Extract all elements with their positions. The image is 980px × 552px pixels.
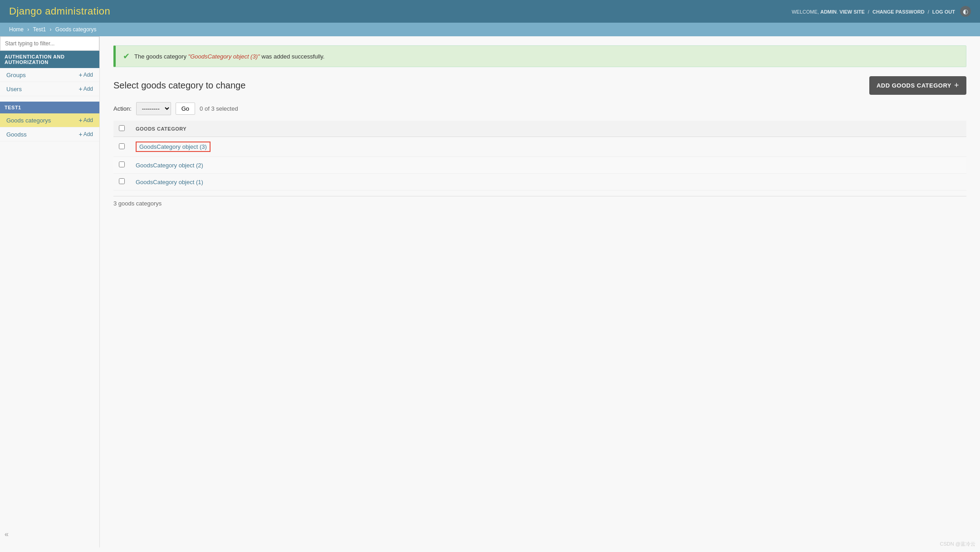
select-all-header xyxy=(113,121,130,137)
user-tools: WELCOME, ADMIN. VIEW SITE / CHANGE PASSW… xyxy=(792,6,971,17)
plus-icon: + xyxy=(78,117,82,124)
users-label: Users xyxy=(6,86,22,93)
results-table: GOODS CATEGORY GoodsCategory object (3)G… xyxy=(113,121,966,191)
watermark: CSDN @蓝冷云 xyxy=(940,541,975,547)
check-icon: ✔ xyxy=(123,51,130,61)
breadcrumb: Home › Test1 › Goods categorys xyxy=(0,23,980,36)
users-add-link[interactable]: + Add xyxy=(78,85,93,93)
row-link[interactable]: GoodsCategory object (2) xyxy=(136,162,203,169)
plus-icon: + xyxy=(78,71,82,78)
breadcrumb-current: Goods categorys xyxy=(55,26,97,33)
goods-categorys-label: Goods categorys xyxy=(6,117,51,124)
action-select[interactable]: --------- xyxy=(136,102,171,115)
auth-section-header: AUTHENTICATION AND AUTHORIZATION xyxy=(0,51,99,68)
row-link[interactable]: GoodsCategory object (3) xyxy=(136,142,211,152)
table-header-row: GOODS CATEGORY xyxy=(113,121,966,137)
username: ADMIN xyxy=(820,9,837,15)
action-bar: Action: --------- Go 0 of 3 selected xyxy=(113,102,966,115)
plus-icon: + xyxy=(954,81,959,90)
sidebar-item-users[interactable]: Users + Add xyxy=(0,82,99,96)
success-text: The goods category "GoodsCategory object… xyxy=(134,53,324,60)
table-row: GoodsCategory object (3) xyxy=(113,137,966,157)
success-message: ✔ The goods category "GoodsCategory obje… xyxy=(113,45,966,67)
view-site-link[interactable]: VIEW SITE xyxy=(839,9,865,15)
table-row: GoodsCategory object (1) xyxy=(113,174,966,191)
sidebar-filter-input[interactable] xyxy=(0,36,99,51)
log-out-link[interactable]: LOG OUT xyxy=(932,9,955,15)
plus-icon: + xyxy=(78,131,82,138)
table-row: GoodsCategory object (2) xyxy=(113,157,966,174)
sidebar-item-goods-categorys[interactable]: Goods categorys + Add xyxy=(0,113,99,127)
row-checkbox-cell xyxy=(113,137,130,157)
page-title: Select goods category to change xyxy=(113,80,245,91)
row-label-cell: GoodsCategory object (2) xyxy=(130,157,966,174)
row-label-cell: GoodsCategory object (3) xyxy=(130,137,966,157)
change-password-link[interactable]: CHANGE PASSWORD xyxy=(872,9,925,15)
success-link: "GoodsCategory object (3)" xyxy=(188,53,260,60)
row-label-cell: GoodsCategory object (1) xyxy=(130,174,966,191)
site-title: Django administration xyxy=(9,5,110,17)
select-all-checkbox[interactable] xyxy=(119,125,125,131)
sidebar-collapse-button[interactable]: « xyxy=(5,530,9,538)
plus-icon: + xyxy=(78,85,82,93)
groups-label: Groups xyxy=(6,72,26,78)
column-header-goods-category: GOODS CATEGORY xyxy=(130,121,966,137)
total-count: 3 goods categorys xyxy=(113,196,966,207)
breadcrumb-home[interactable]: Home xyxy=(9,26,24,33)
add-goods-category-button[interactable]: ADD GOODS CATEGORY + xyxy=(869,76,966,95)
page-header: Django administration WELCOME, ADMIN. VI… xyxy=(0,0,980,23)
row-checkbox-cell xyxy=(113,157,130,174)
goodss-add-link[interactable]: + Add xyxy=(78,131,93,138)
row-link[interactable]: GoodsCategory object (1) xyxy=(136,179,203,186)
welcome-text: WELCOME, xyxy=(792,9,819,15)
action-label: Action: xyxy=(113,105,132,112)
groups-add-link[interactable]: + Add xyxy=(78,71,93,78)
go-button[interactable]: Go xyxy=(176,103,195,115)
goodss-label: Goodss xyxy=(6,131,27,138)
row-checkbox[interactable] xyxy=(119,143,125,149)
table-body: GoodsCategory object (3)GoodsCategory ob… xyxy=(113,137,966,191)
content-header: Select goods category to change ADD GOOD… xyxy=(113,76,966,95)
test-section-header: TEST1 xyxy=(0,102,99,113)
dark-mode-toggle[interactable]: ◐ xyxy=(960,6,971,17)
sidebar-item-goodss[interactable]: Goodss + Add xyxy=(0,127,99,142)
main-content: ✔ The goods category "GoodsCategory obje… xyxy=(100,36,980,547)
row-checkbox[interactable] xyxy=(119,178,125,184)
row-checkbox[interactable] xyxy=(119,161,125,167)
sidebar: AUTHENTICATION AND AUTHORIZATION Groups … xyxy=(0,36,100,547)
add-button-label: ADD GOODS CATEGORY xyxy=(877,82,951,89)
selected-count: 0 of 3 selected xyxy=(200,105,238,112)
goods-categorys-add-link[interactable]: + Add xyxy=(78,117,93,124)
main-wrapper: AUTHENTICATION AND AUTHORIZATION Groups … xyxy=(0,36,980,547)
row-checkbox-cell xyxy=(113,174,130,191)
breadcrumb-test1[interactable]: Test1 xyxy=(33,26,46,33)
sidebar-item-groups[interactable]: Groups + Add xyxy=(0,68,99,82)
